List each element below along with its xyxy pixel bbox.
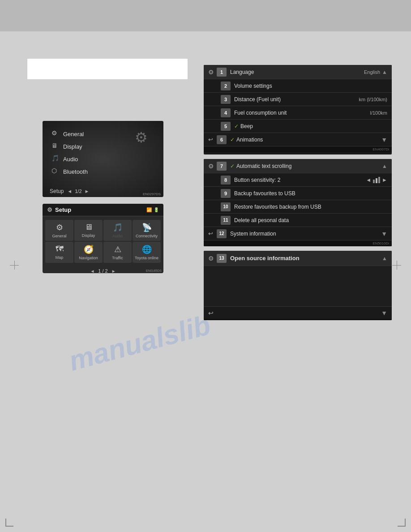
row-backup-usb[interactable]: 9 Backup favourites to USB [204,187,392,200]
row-animations[interactable]: ↩ 6 ✓ Animations ▼ [204,133,392,146]
audio-sym: 🎵 [113,223,123,232]
connectivity-icon-label: Connectivity [136,234,158,238]
row-label-open-source: Open source information [230,255,380,262]
row-label-backup: Backup favourites to USB [234,190,387,197]
row-num-2: 2 [221,82,231,90]
screen-code-1: EN0297DS [143,192,161,196]
panel3-gear-icon: ⚙ [208,255,214,262]
sensitivity-controls: ◄ ► [366,177,387,183]
setup-icons-screen: ⚙ Setup 📶 🔋 ⚙ General 🖥 Display 🎵 Audio … [43,204,163,273]
icon-connectivity[interactable]: 📡 Connectivity [133,220,161,241]
crosshair-left [10,261,19,270]
signal-icon: 📶 [146,207,152,212]
row-value-distance: km (l/100km) [359,97,387,102]
crosshair-right [392,261,401,270]
row-value-fuel: l/100km [370,110,387,116]
back-btn-icon[interactable]: ↩ [208,136,213,143]
status-icons: 📶 🔋 [146,207,159,212]
icon-map[interactable]: 🗺 Map [45,242,73,263]
icons-right-arrow[interactable]: ► [111,269,116,274]
icon-audio[interactable]: 🎵 Audio [103,220,132,241]
row-num-10: 10 [221,202,231,211]
general-icon-label: General [52,234,66,238]
icons-screen-title-area: ⚙ Setup [47,206,71,213]
row-num-5: 5 [221,122,231,131]
down-arrow-icon: ▼ [381,136,387,143]
row-num-3: 3 [221,95,231,104]
icons-screen-title: Setup [55,206,71,213]
icons-screen-header: ⚙ Setup 📶 🔋 [43,204,163,216]
map-icon-label: Map [56,255,64,260]
row-delete-data[interactable]: 11 Delete all pesonal data [204,214,392,227]
display-icon-label: Display [82,233,95,238]
traffic-icon-label: Traffic [112,256,123,260]
back-row: ↩ ▼ [204,306,392,319]
nav-sym: 🧭 [84,245,94,254]
icon-display[interactable]: 🖥 Display [74,220,103,241]
panel2-gear-icon: ⚙ [208,163,214,170]
row-volume[interactable]: 2 Volume settings [204,79,392,93]
scroll-check-icon: ✓ [230,163,235,169]
row-beep[interactable]: 5 ✓ Beep [204,120,392,133]
row-language[interactable]: ⚙ 1 Language English ▲ [204,65,392,79]
icon-general[interactable]: ⚙ General [45,220,73,241]
row-auto-scroll[interactable]: ⚙ 7 ✓ Automatic text scrolling ▲ [204,159,392,173]
bluetooth-icon: ⬡ [51,167,60,176]
left-arrow-icon[interactable]: ◄ [67,189,72,194]
row-label-system: System information [230,231,381,237]
right-arrow-icon[interactable]: ► [85,189,90,194]
row-label-beep: Beep [240,123,387,129]
gear-icon-large: ⚙ [135,129,148,146]
row-num-6: 6 [217,135,227,144]
row-num-4: 4 [221,108,231,117]
sens-bars [373,177,380,183]
row-label-btn-sens: Button sensitivity: 2 [234,177,366,183]
row-fuel[interactable]: 4 Fuel consumption unit l/100km [204,106,392,120]
row-value-language: English [364,69,380,75]
nav-page: 1/2 [75,189,81,194]
row-restore-usb[interactable]: 10 Restore favourites backup from USB [204,200,392,214]
bar-2 [376,178,377,183]
down-arrow-2-icon: ▼ [381,230,387,237]
audio-label: Audio [63,156,78,163]
audio-icon: 🎵 [51,154,60,163]
row-button-sensitivity[interactable]: 8 Button sensitivity: 2 ◄ ► [204,173,392,187]
icon-traffic[interactable]: ⚠ Traffic [103,242,132,263]
row-open-source-title[interactable]: ⚙ 13 Open source information ▲ [204,251,392,266]
row-num-8: 8 [221,176,231,184]
row-label-distance: Distance (Fuel unit) [234,96,359,103]
corner-mark-br [398,519,406,527]
icons-left-arrow[interactable]: ◄ [90,269,94,274]
screen-code-2: EN0165DS [146,269,162,272]
back-btn-2-icon[interactable]: ↩ [208,230,213,237]
row-distance[interactable]: 3 Distance (Fuel unit) km (l/100km) [204,93,392,106]
row-num-13: 13 [217,254,227,263]
row-label-volume: Volume settings [234,83,387,89]
animations-check-icon: ✓ [230,137,235,143]
bluetooth-label: Bluetooth [63,168,88,175]
back-icon[interactable]: ↩ [208,309,214,317]
menu-item-bluetooth[interactable]: ⬡ Bluetooth [43,165,163,178]
row-label-fuel: Fuel consumption unit [234,110,370,116]
nav-icon-label: Navigation [79,256,98,260]
settings-panel-1: ⚙ 1 Language English ▲ 2 Volume settings… [204,65,392,154]
menu-item-audio[interactable]: 🎵 Audio [43,153,163,165]
row-label-delete: Delete all pesonal data [234,217,387,223]
toyota-sym: 🌐 [142,245,152,254]
row-num-7: 7 [217,162,227,171]
beep-check-icon: ✓ [234,123,239,129]
open-source-content [204,266,392,306]
sens-right-arrow[interactable]: ► [382,177,387,183]
row-num-1: 1 [217,68,227,77]
general-label: General [63,131,84,137]
corner-mark-bl [5,519,13,527]
icon-navigation[interactable]: 🧭 Navigation [74,242,103,263]
label-box [27,58,188,80]
battery-icon: 🔋 [154,207,159,212]
icon-toyota-online[interactable]: 🌐 Toyota online [133,242,161,263]
row-label-language: Language [230,69,364,75]
icons-bottom-nav: ◄ 1 / 2 ► [43,266,163,273]
sens-left-arrow[interactable]: ◄ [366,177,371,183]
setup-bottom-label: Setup [50,188,64,194]
row-system-info[interactable]: ↩ 12 System information ▼ [204,227,392,240]
